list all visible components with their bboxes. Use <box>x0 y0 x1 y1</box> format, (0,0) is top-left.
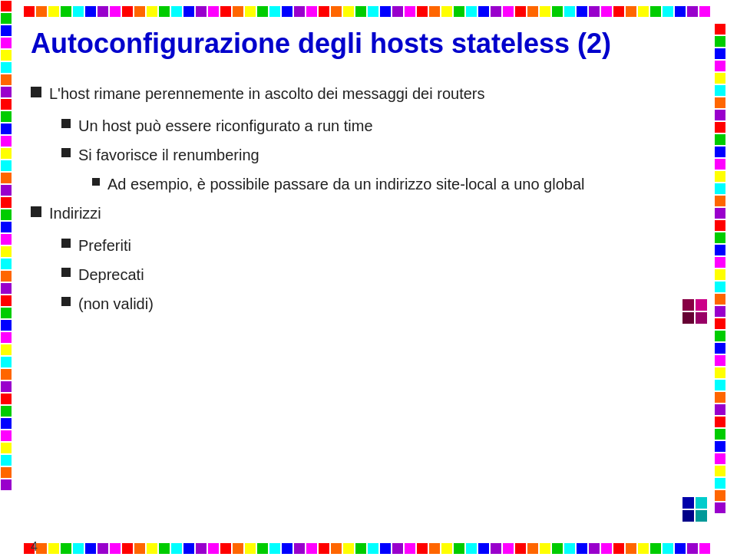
bullet-icon <box>61 297 71 306</box>
top-decoration <box>23 0 737 23</box>
slide-title: Autoconfigurazione degli hosts stateless… <box>31 27 702 60</box>
bullet-icon <box>61 268 71 277</box>
list-item: Un host può essere riconfigurato a run t… <box>61 115 702 137</box>
content-area: L'host rimane perennemente in ascolto de… <box>31 83 702 315</box>
list-item: L'host rimane perennemente in ascolto de… <box>31 83 702 104</box>
bullet-icon <box>61 148 71 157</box>
bullet-text: Preferiti <box>78 235 702 256</box>
bullet-icon <box>61 239 71 248</box>
list-item: Preferiti <box>61 235 702 256</box>
bottom-decoration <box>23 537 714 560</box>
list-item: Deprecati <box>61 264 702 285</box>
bullet-icon <box>92 178 100 186</box>
right-decoration <box>714 23 737 537</box>
list-item: Si favorisce il renumbering <box>61 144 702 166</box>
bullet-text: Si favorisce il renumbering <box>78 144 702 166</box>
bullet-text: Indirizzi <box>49 203 702 224</box>
list-item: Ad esempio, è possibile passare da un in… <box>92 173 702 195</box>
bullet-text: Deprecati <box>78 264 702 285</box>
bullet-icon <box>31 87 41 97</box>
list-item: Indirizzi <box>31 203 702 224</box>
bullet-icon <box>61 119 71 128</box>
list-item: (non validi) <box>61 293 702 315</box>
bullet-text: L'host rimane perennemente in ascolto de… <box>49 83 702 104</box>
page-number: 4 <box>31 540 38 554</box>
left-decoration <box>0 0 23 560</box>
bullet-text: (non validi) <box>78 293 702 315</box>
main-content: Autoconfigurazione degli hosts stateless… <box>31 27 702 529</box>
bullet-text: Ad esempio, è possibile passare da un in… <box>107 173 702 195</box>
bullet-text: Un host può essere riconfigurato a run t… <box>78 115 702 137</box>
bullet-icon <box>31 206 41 217</box>
